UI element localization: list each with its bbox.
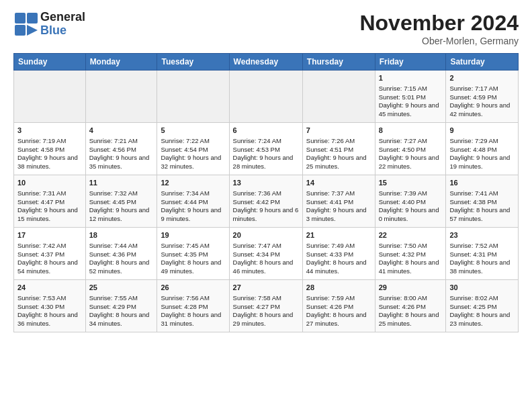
calendar-week-2: 3Sunrise: 7:19 AMSunset: 4:58 PMDaylight… [14,123,519,175]
day-number: 30 [449,283,515,293]
day-number: 21 [306,230,371,240]
day-info: Daylight: 8 hours and 44 minutes. [306,259,371,276]
calendar-cell: 30Sunrise: 8:02 AMSunset: 4:25 PMDayligh… [446,280,519,332]
day-info: Daylight: 9 hours and 3 minutes. [306,206,371,224]
calendar-cell: 5Sunrise: 7:22 AMSunset: 4:54 PMDaylight… [157,123,229,175]
page: General Blue November 2024 Ober-Morlen, … [0,0,532,339]
day-info: Daylight: 9 hours and 0 minutes. [379,206,443,224]
day-number: 19 [161,230,225,240]
calendar-cell: 23Sunrise: 7:52 AMSunset: 4:31 PMDayligh… [446,228,519,280]
day-info: Sunset: 4:41 PM [306,198,371,207]
calendar-cell: 12Sunrise: 7:34 AMSunset: 4:44 PMDayligh… [157,175,229,228]
day-info: Sunrise: 7:27 AM [379,137,443,146]
day-number: 11 [89,178,154,188]
day-info: Daylight: 9 hours and 19 minutes. [449,154,515,171]
day-info: Sunrise: 7:19 AM [17,137,82,146]
calendar-cell: 1Sunrise: 7:15 AMSunset: 5:01 PMDaylight… [375,71,446,123]
day-number: 29 [379,283,443,293]
logo-blue: Blue [40,24,85,38]
day-info: Sunset: 4:40 PM [379,198,443,207]
calendar-cell: 27Sunrise: 7:58 AMSunset: 4:27 PMDayligh… [229,280,302,332]
calendar-cell: 28Sunrise: 7:59 AMSunset: 4:26 PMDayligh… [302,280,375,332]
day-info: Sunrise: 7:31 AM [17,189,82,198]
day-number: 8 [379,126,443,136]
day-info: Daylight: 9 hours and 15 minutes. [17,206,82,224]
calendar-cell: 7Sunrise: 7:26 AMSunset: 4:51 PMDaylight… [302,123,375,175]
day-info: Sunrise: 7:50 AM [379,242,443,250]
calendar-week-4: 17Sunrise: 7:42 AMSunset: 4:37 PMDayligh… [14,228,519,280]
day-info: Daylight: 8 hours and 29 minutes. [233,311,299,328]
day-info: Sunrise: 8:02 AM [449,294,515,303]
calendar-cell: 9Sunrise: 7:29 AMSunset: 4:48 PMDaylight… [446,123,519,175]
day-info: Sunset: 4:27 PM [233,303,299,312]
day-info: Daylight: 8 hours and 52 minutes. [89,259,154,276]
day-info: Sunrise: 7:56 AM [161,294,225,303]
day-info: Sunrise: 7:44 AM [89,242,154,250]
day-info: Sunrise: 7:49 AM [306,242,371,250]
col-header-tuesday: Tuesday [157,54,229,71]
day-info: Sunset: 5:01 PM [379,93,443,102]
day-number: 2 [449,73,515,83]
day-number: 18 [89,230,154,240]
day-info: Daylight: 9 hours and 32 minutes. [161,154,225,171]
day-info: Sunrise: 7:37 AM [306,189,371,198]
day-info: Daylight: 8 hours and 49 minutes. [161,259,225,276]
day-info: Sunset: 4:36 PM [89,250,154,259]
day-info: Sunrise: 7:59 AM [306,294,371,303]
calendar-cell: 17Sunrise: 7:42 AMSunset: 4:37 PMDayligh… [14,228,86,280]
day-number: 13 [233,178,299,188]
calendar-week-1: 1Sunrise: 7:15 AMSunset: 5:01 PMDaylight… [14,71,519,123]
day-info: Daylight: 8 hours and 27 minutes. [306,311,371,328]
calendar-cell: 16Sunrise: 7:41 AMSunset: 4:38 PMDayligh… [446,175,519,228]
calendar-cell: 11Sunrise: 7:32 AMSunset: 4:45 PMDayligh… [85,175,157,228]
day-number: 7 [306,126,371,136]
location-subtitle: Ober-Morlen, Germany [359,36,519,46]
day-info: Sunset: 4:37 PM [17,250,82,259]
calendar-cell [302,71,375,123]
day-info: Sunset: 4:38 PM [449,198,515,207]
day-info: Daylight: 9 hours and 28 minutes. [233,154,299,171]
calendar-cell: 18Sunrise: 7:44 AMSunset: 4:36 PMDayligh… [85,228,157,280]
day-info: Sunset: 4:53 PM [233,146,299,154]
calendar-cell: 21Sunrise: 7:49 AMSunset: 4:33 PMDayligh… [302,228,375,280]
month-title: November 2024 [359,11,519,36]
day-number: 6 [233,126,299,136]
day-info: Sunset: 4:33 PM [306,250,371,259]
day-info: Daylight: 8 hours and 54 minutes. [17,259,82,276]
col-header-saturday: Saturday [446,54,519,71]
day-info: Sunset: 4:26 PM [379,303,443,312]
day-info: Sunrise: 7:53 AM [17,294,82,303]
day-number: 28 [306,283,371,293]
day-info: Daylight: 9 hours and 25 minutes. [306,154,371,171]
day-info: Sunrise: 7:39 AM [379,189,443,198]
day-info: Sunrise: 7:24 AM [233,137,299,146]
day-info: Sunrise: 7:58 AM [233,294,299,303]
day-info: Daylight: 8 hours and 31 minutes. [161,311,225,328]
col-header-friday: Friday [375,54,446,71]
day-number: 22 [379,230,443,240]
day-info: Sunset: 4:29 PM [89,303,154,312]
calendar-cell: 20Sunrise: 7:47 AMSunset: 4:34 PMDayligh… [229,228,302,280]
day-info: Sunrise: 7:34 AM [161,189,225,198]
calendar-cell: 14Sunrise: 7:37 AMSunset: 4:41 PMDayligh… [302,175,375,228]
day-number: 4 [89,126,154,136]
calendar-cell: 22Sunrise: 7:50 AMSunset: 4:32 PMDayligh… [375,228,446,280]
day-info: Sunrise: 7:41 AM [449,189,515,198]
day-info: Daylight: 8 hours and 38 minutes. [449,259,515,276]
svg-rect-1 [27,13,38,24]
calendar-cell [157,71,229,123]
day-info: Sunrise: 7:15 AM [379,85,443,93]
calendar-cell: 13Sunrise: 7:36 AMSunset: 4:42 PMDayligh… [229,175,302,228]
day-number: 15 [379,178,443,188]
day-number: 20 [233,230,299,240]
calendar-week-3: 10Sunrise: 7:31 AMSunset: 4:47 PMDayligh… [14,175,519,228]
day-info: Sunset: 4:45 PM [89,198,154,207]
calendar-cell: 6Sunrise: 7:24 AMSunset: 4:53 PMDaylight… [229,123,302,175]
day-info: Sunset: 4:50 PM [379,146,443,154]
day-number: 25 [89,283,154,293]
day-info: Daylight: 9 hours and 9 minutes. [161,206,225,224]
day-number: 17 [17,230,82,240]
day-info: Sunrise: 7:29 AM [449,137,515,146]
day-info: Sunrise: 7:45 AM [161,242,225,250]
calendar-cell: 24Sunrise: 7:53 AMSunset: 4:30 PMDayligh… [14,280,86,332]
